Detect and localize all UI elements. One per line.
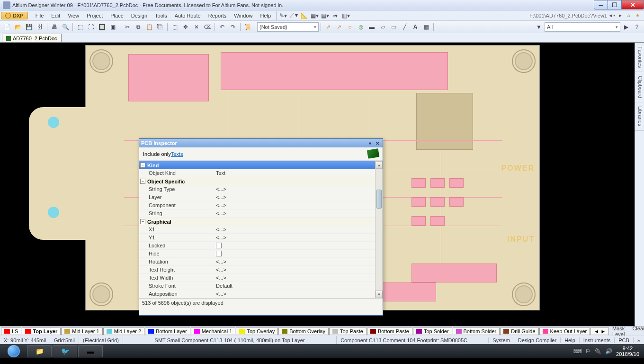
layer-tab[interactable]: Mechanical 1	[191, 328, 236, 335]
tray-volume-icon[interactable]: 🔊	[605, 348, 612, 355]
script-icon[interactable]: 📜	[242, 22, 253, 32]
window-minimize-button[interactable]: ─	[594, 0, 608, 9]
category-object-specific[interactable]: −Object Specific	[139, 177, 375, 185]
window-maximize-button[interactable]: ☐	[608, 0, 622, 9]
inspector-scrollbar[interactable]: ▲ ▼	[375, 161, 383, 298]
prop-row-object-kind[interactable]: Object KindText	[139, 169, 375, 177]
layer-tab[interactable]: Keep-Out Layer	[539, 328, 590, 335]
nav-forward-button[interactable]: ►	[617, 12, 624, 19]
layer-tab[interactable]: Top Layer	[22, 328, 61, 335]
mask-level-button[interactable]: Mask Level	[609, 326, 627, 336]
inspector-dropdown-icon[interactable]: ▾	[367, 140, 373, 146]
layer-tab[interactable]: Bottom Overlay	[278, 328, 329, 335]
layer-tab[interactable]: Mid Layer 1	[61, 328, 102, 335]
inspector-titlebar[interactable]: PCB Inspector ▾ ✕	[139, 139, 383, 147]
sidetab-clipboard[interactable]: Clipboard	[635, 72, 644, 102]
scroll-down-icon[interactable]: ▼	[376, 291, 383, 298]
toolbar-layer-icon[interactable]: ▥▾	[340, 10, 351, 21]
panel-design-compiler[interactable]: Design Compiler	[514, 337, 560, 343]
checkbox[interactable]	[216, 251, 222, 256]
layer-tab[interactable]: Top Paste	[329, 328, 367, 335]
scroll-up-icon[interactable]: ▲	[376, 161, 383, 169]
layer-nav[interactable]: ◄ ►	[590, 328, 609, 335]
tray-keyboard-icon[interactable]: ⌨	[573, 348, 581, 355]
panel-help[interactable]: Help	[560, 337, 579, 343]
layer-tab[interactable]: Mid Layer 2	[103, 328, 144, 335]
layer-tab[interactable]: Top Overlay	[236, 328, 278, 335]
line2-icon[interactable]: ╱	[399, 22, 410, 32]
layer-set-button[interactable]: LS	[1, 328, 21, 335]
new-doc-icon[interactable]: 📄	[2, 22, 12, 32]
prop-row-stroke-font[interactable]: Stroke FontDefault	[139, 282, 375, 290]
snapshot-combo[interactable]: (Not Saved)	[257, 22, 319, 32]
pad-icon[interactable]: ▬	[367, 22, 377, 32]
print-icon[interactable]: 🖶	[49, 22, 60, 32]
filter-funnel-icon[interactable]: ▼	[534, 22, 544, 32]
panel-more-icon[interactable]: »	[633, 337, 644, 343]
menu-design[interactable]: Design	[127, 12, 151, 19]
toolbar-pencil-icon[interactable]: ✎▾	[278, 10, 288, 21]
via-icon[interactable]: ○	[345, 22, 355, 32]
saveall-icon[interactable]: 🗄	[35, 22, 45, 32]
toolbar-line-icon[interactable]: ／▾	[288, 10, 299, 21]
select-icon[interactable]: ⬚	[170, 22, 180, 32]
layer-tab[interactable]: Bottom Solder	[453, 328, 500, 335]
sidetab-favorites[interactable]: Favorites	[635, 43, 644, 72]
tray-clock[interactable]: 9:42 2018/9/10	[616, 346, 639, 357]
pcb-inspector-panel[interactable]: PCB Inspector ▾ ✕ Include only Texts −Ki…	[139, 138, 383, 316]
sidetab-libraries[interactable]: Libraries	[635, 102, 644, 130]
panel-system[interactable]: System	[488, 337, 514, 343]
menu-window[interactable]: Window	[230, 12, 256, 19]
panel-pcb[interactable]: PCB	[614, 337, 633, 343]
poly-icon[interactable]: ▱	[377, 22, 388, 32]
menu-autoroute[interactable]: Auto Route	[171, 12, 205, 19]
panel-instruments[interactable]: Instruments	[579, 337, 614, 343]
save-icon[interactable]: 💾	[24, 22, 34, 32]
nav-fav-icon[interactable]: ★	[634, 12, 641, 19]
zoom-fit-icon[interactable]: ⛶	[86, 22, 96, 32]
taskbar-item-altium[interactable]: ▬	[78, 345, 103, 357]
menu-project[interactable]: Project	[83, 12, 107, 19]
prop-row-string-type[interactable]: String Type<...>	[139, 185, 375, 193]
prop-row-rotation[interactable]: Rotation<...>	[139, 258, 375, 266]
dxp-button[interactable]: DXP	[1, 12, 28, 19]
category-kind[interactable]: −Kind	[139, 161, 375, 169]
filter-apply-icon[interactable]: ▶	[621, 22, 631, 32]
prop-row-x1[interactable]: X1<...>	[139, 226, 375, 234]
layer-tab[interactable]: Top Solder	[413, 328, 452, 335]
menu-view[interactable]: View	[64, 12, 83, 19]
collapse-icon[interactable]: −	[140, 219, 145, 224]
undo-icon[interactable]: ↶	[217, 22, 227, 32]
window-close-button[interactable]: ✕	[621, 0, 644, 9]
route2-icon[interactable]: ↗	[334, 22, 344, 32]
layer-tab[interactable]: Bottom Paste	[367, 328, 412, 335]
menu-place[interactable]: Place	[107, 12, 127, 19]
collapse-icon[interactable]: −	[140, 163, 145, 168]
layer-tab[interactable]: Bottom Layer	[145, 328, 190, 335]
toolbar-snap-icon[interactable]: ▫▾	[330, 10, 340, 21]
tray-flag-icon[interactable]: ⚐	[585, 348, 590, 355]
checkbox[interactable]	[216, 243, 222, 248]
zoom-area-icon[interactable]: ⬚	[75, 22, 85, 32]
prop-row-layer[interactable]: Layer<...>	[139, 193, 375, 201]
open-icon[interactable]: 📂	[13, 22, 23, 32]
menu-edit[interactable]: Edit	[47, 12, 64, 19]
start-button[interactable]	[1, 345, 27, 358]
document-tab[interactable]: AD7760_2.PcbDoc	[2, 34, 62, 42]
text-icon[interactable]: A	[410, 22, 420, 32]
collapse-icon[interactable]: −	[140, 179, 145, 184]
menu-help[interactable]: Help	[256, 12, 275, 19]
copy-icon[interactable]: ⧉	[133, 22, 143, 32]
move-icon[interactable]: ✥	[180, 22, 191, 32]
inspector-include-link[interactable]: Texts	[171, 151, 183, 157]
filter-help-icon[interactable]: ?	[632, 22, 642, 32]
preview-icon[interactable]: 🔍	[60, 22, 71, 32]
prop-row-hide[interactable]: Hide	[139, 250, 375, 258]
menu-file[interactable]: File	[32, 12, 48, 19]
duplicate-icon[interactable]: ⿻	[155, 22, 165, 32]
prop-row-text-width[interactable]: Text Width<...>	[139, 274, 375, 282]
zoom-sel-icon[interactable]: 🔲	[97, 22, 107, 32]
toolbar-measure-icon[interactable]: 📐	[299, 10, 309, 21]
clear-icon[interactable]: ⌫	[202, 22, 213, 32]
region-icon[interactable]: ▭	[388, 22, 399, 32]
